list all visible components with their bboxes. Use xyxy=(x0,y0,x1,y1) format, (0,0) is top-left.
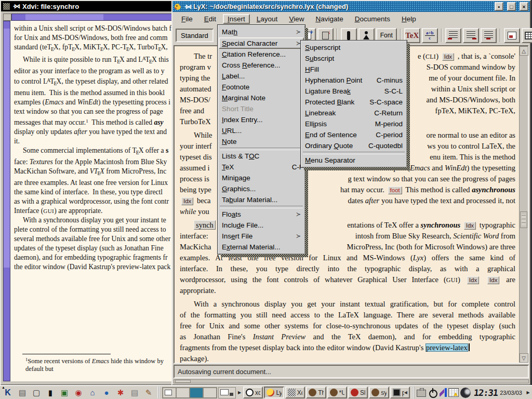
insert-menu-item[interactable]: External Material... ≻ xyxy=(219,242,304,252)
scrollbar-thumb[interactable] xyxy=(520,211,527,228)
menubar-item[interactable]: Documents xyxy=(350,14,395,24)
power-icon[interactable] xyxy=(428,388,438,398)
submenu-item[interactable]: Hyphenation Point C-minus xyxy=(302,75,406,86)
insert-menu-item[interactable]: Floats ≻ xyxy=(219,209,304,220)
taskbar-task[interactable]: LyX: xyxy=(264,387,284,398)
konsole-icon[interactable]: ▣ xyxy=(58,387,71,398)
submenu-item[interactable] xyxy=(303,152,405,154)
pager-desktop[interactable] xyxy=(176,388,190,398)
xdvi-page[interactable]: within a Unix shell script or MS-DOS/Win… xyxy=(10,21,175,381)
xdvi-vscroll-thumb[interactable] xyxy=(4,29,10,268)
home-icon[interactable]: ⌂ xyxy=(86,387,99,398)
desktop-pager[interactable] xyxy=(162,387,217,398)
close-button[interactable]: × xyxy=(520,2,528,11)
xdvi-hscroll-thumb[interactable] xyxy=(25,14,103,20)
submenu-item[interactable]: Linebreak C-Return xyxy=(302,108,406,118)
menubar-item[interactable]: Layout xyxy=(252,14,283,24)
xdvi-vertical-scrollbar[interactable] xyxy=(3,21,10,381)
insert-menu-item[interactable]: Special Character ≻ xyxy=(219,37,304,49)
date-display[interactable]: 23/03/03 xyxy=(500,390,522,396)
maximize-button[interactable]: □ xyxy=(507,2,516,11)
submenu-item[interactable]: HFill xyxy=(302,64,406,75)
taskbar-task[interactable]: The G xyxy=(306,387,326,398)
figure-icon[interactable] xyxy=(504,28,520,43)
terminal-icon[interactable]: ▮ xyxy=(44,387,57,398)
hscroll-thumb[interactable] xyxy=(175,380,191,383)
pin-icon[interactable]: -⋈ xyxy=(13,3,19,10)
menubar-item[interactable]: Help xyxy=(397,14,421,24)
insert-menu-item[interactable]: TeX C-l ≻ xyxy=(219,162,304,172)
insert-menu-item[interactable]: Include File... ≻ xyxy=(219,220,304,231)
insert-menu-item[interactable]: Label... ≻ xyxy=(219,71,304,82)
window-list-icon[interactable]: ▤ xyxy=(16,387,29,398)
table-icon[interactable] xyxy=(522,28,532,43)
insert-menu-item[interactable]: Short Title ≻ xyxy=(219,103,304,114)
organizer-icon[interactable] xyxy=(448,388,459,397)
insert-menu-item[interactable]: Index Entry... ≻ xyxy=(219,114,304,125)
help-icon[interactable]: ◉ xyxy=(72,387,85,398)
menubar-item[interactable]: View xyxy=(284,14,309,24)
taskbar-task[interactable]: *Unti xyxy=(327,387,347,398)
submenu-item[interactable]: Menu Separator xyxy=(302,155,406,166)
enumerate-icon[interactable] xyxy=(463,28,479,43)
documents-icon[interactable]: ▤ xyxy=(128,387,141,398)
submenu-item[interactable]: End of Sentence C-period xyxy=(302,129,406,140)
insert-menu-item[interactable]: Citation Reference... ≻ xyxy=(219,49,304,60)
insert-menu-item[interactable]: Marginal Note ≻ xyxy=(219,92,304,103)
insert-menu-item[interactable]: URL... ≻ xyxy=(219,125,304,136)
editor-pen-icon[interactable]: ✎ xyxy=(142,387,155,398)
insert-menu-item[interactable]: Cross Reference... ≻ xyxy=(219,60,304,71)
indent-icon[interactable] xyxy=(481,28,497,43)
insert-menu-item[interactable]: Lists & TOC ≻ xyxy=(219,151,304,162)
insert-menu-item[interactable]: Note ≻ xyxy=(219,136,304,147)
paragraph-style-selector[interactable]: Standard xyxy=(176,29,214,42)
submenu-item[interactable]: Ordinary Quote C-quotedbl xyxy=(302,140,406,151)
pager-desktop[interactable] xyxy=(163,388,176,398)
submenu-item[interactable]: Superscript xyxy=(302,42,406,53)
digital-clock[interactable]: 12:31 xyxy=(473,388,498,398)
taskbar-task[interactable]: xcloc xyxy=(243,387,263,398)
insert-menu-item[interactable]: Tabular Material... ≻ xyxy=(219,194,304,205)
depth-icon[interactable] xyxy=(445,28,461,43)
globe-icon[interactable]: ● xyxy=(100,387,113,398)
taskbar-scroll-right-icon[interactable]: ▶ xyxy=(237,387,242,398)
vertical-scrollbar[interactable]: △ ▽ xyxy=(519,46,528,363)
scroll-up-icon[interactable]: △ xyxy=(520,46,528,56)
pager-window-preview[interactable] xyxy=(218,387,236,398)
insert-menu-item[interactable]: ≻ xyxy=(220,206,303,208)
menubar-item[interactable]: Insert xyxy=(223,14,250,24)
xdvi-horizontal-scrollbar[interactable] xyxy=(11,14,175,21)
kmail-icon[interactable]: ✱ xyxy=(114,387,127,398)
pager-desktop[interactable] xyxy=(190,388,203,398)
klipper-icon[interactable] xyxy=(417,390,426,397)
insert-menu-item[interactable]: Minipage ≻ xyxy=(219,172,304,183)
insert-menu-item[interactable]: ≻ xyxy=(220,148,303,150)
horizontal-scrollbar[interactable] xyxy=(174,379,529,383)
taskbar-task[interactable]: sync xyxy=(369,387,389,398)
insert-menu-item[interactable]: Footnote ≻ xyxy=(219,82,304,92)
insert-menu-item[interactable]: Insert File ≻ xyxy=(219,231,304,242)
submenu-item[interactable]: Protected Blank S-C-space xyxy=(302,97,406,108)
menubar-item[interactable]: Navigate xyxy=(311,14,348,24)
panel-handle[interactable] xyxy=(412,387,415,398)
submenu-item[interactable]: Subscript xyxy=(302,53,406,64)
insert-menu-item[interactable]: Math ≻ xyxy=(219,26,304,37)
pager-desktop[interactable] xyxy=(203,388,217,398)
insert-menu-item[interactable]: Graphics... ≻ xyxy=(219,183,304,194)
xdvi-titlebar[interactable]: -⋈ Xdvi: file:synchro xyxy=(1,1,175,11)
math-fraction-icon[interactable]: a+b c xyxy=(422,28,438,43)
moon-phase-icon[interactable] xyxy=(460,388,471,398)
scroll-down-icon[interactable]: ▽ xyxy=(520,353,528,363)
clock-applet[interactable]: 12:31 23/03/03 xyxy=(472,388,524,398)
taskbar-task[interactable]: Slas xyxy=(348,387,368,398)
menubar-item[interactable]: File xyxy=(177,14,197,24)
submenu-item[interactable]: Ligature Break S-C-L xyxy=(302,86,406,97)
panel-hide-icon[interactable]: ▶ xyxy=(525,387,531,398)
taskbar-task[interactable]: pete ◀ xyxy=(390,387,410,398)
lyx-titlebar[interactable]: -⋈ LyX: ~/doc/beginlatex/src/synchro.lyx… xyxy=(172,1,530,12)
brush-icon[interactable] xyxy=(440,388,447,398)
taskbar-task[interactable]: Xdvi: xyxy=(285,387,305,398)
k-menu-icon[interactable]: K xyxy=(1,387,15,398)
minimize-button[interactable]: ▪ xyxy=(495,2,503,11)
submenu-item[interactable]: Ellipsis M-period xyxy=(302,118,406,129)
